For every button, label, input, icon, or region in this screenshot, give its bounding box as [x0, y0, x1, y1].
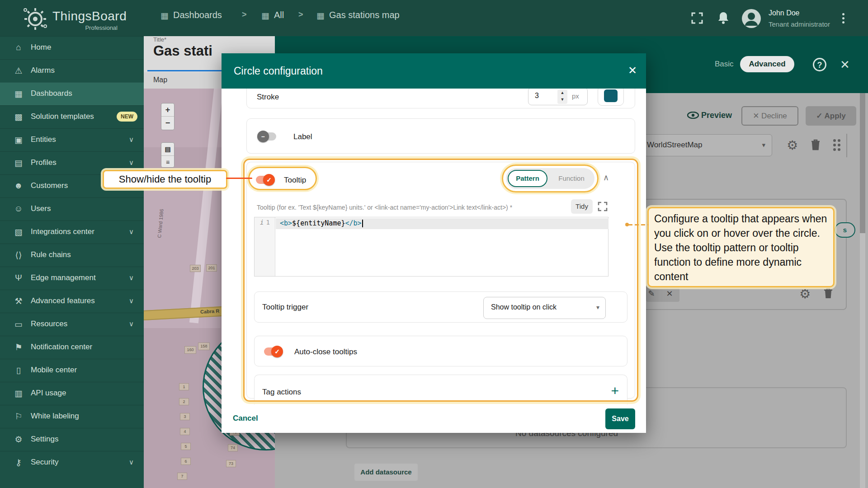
autoclose-label: Auto-close tooltips — [294, 347, 357, 357]
map-parcel: 201 — [206, 264, 217, 272]
app-title[interactable]: ThingsBoard — [52, 9, 127, 23]
white-labeling-icon: ⚐ — [13, 411, 24, 422]
label-toggle[interactable]: – — [257, 131, 278, 142]
editor-code-line[interactable]: <b>${entityName}</b> — [280, 219, 363, 227]
app-edition: Professional — [68, 24, 118, 31]
api-usage-chart-icon: ▥ — [13, 388, 24, 399]
settings-gear-icon[interactable]: ⚙ — [799, 286, 811, 301]
fullscreen-icon[interactable] — [691, 12, 703, 24]
sidebar-item-edge-management[interactable]: ΨEdge management∨ — [0, 267, 144, 290]
tooltip-trigger-select[interactable]: Show tooltip on click ▾ — [483, 297, 606, 319]
add-tag-action-button[interactable]: + — [611, 383, 619, 399]
function-tab[interactable]: Function — [551, 170, 592, 187]
sidebar-item-alarms[interactable]: ⚠Alarms — [0, 59, 144, 82]
notifications-bell-icon[interactable] — [717, 11, 730, 24]
drag-handle-icon[interactable] — [833, 139, 840, 151]
sidebar-item-rule-chains[interactable]: ⟨⟩Rule chains — [0, 244, 144, 267]
sidebar-item-dashboards[interactable]: ▦Dashboards — [0, 82, 144, 105]
map-parcel: 2 — [179, 398, 189, 405]
sidebar-item-solution-templates[interactable]: ▩Solution templatesNEW — [0, 105, 144, 128]
sidebar-item-white-labeling[interactable]: ⚐White labeling — [0, 405, 144, 428]
save-button[interactable]: Save — [605, 408, 635, 429]
sidebar-item-integrations-center[interactable]: ▧Integrations center∨ — [0, 221, 144, 244]
editor-gutter: i1 — [255, 217, 275, 276]
layer-delete-trash-icon[interactable] — [810, 138, 821, 151]
basic-tab[interactable]: Basic — [715, 60, 734, 69]
stroke-width-input[interactable]: 3 ▲▼ px — [528, 87, 588, 105]
collapse-section-icon[interactable]: ∧ — [603, 173, 609, 183]
apply-button[interactable]: ✓ Apply — [806, 106, 856, 126]
breadcrumb-dashboards[interactable]: Dashboards — [173, 10, 222, 20]
delete-trash-icon[interactable] — [823, 287, 834, 300]
more-menu-icon[interactable] — [840, 11, 846, 25]
autoclose-toggle[interactable]: ✓ — [262, 346, 283, 357]
fullscreen-editor-icon[interactable] — [597, 201, 608, 212]
title-field-value[interactable]: Gas stati — [153, 43, 212, 59]
sidebar-item-notification-center[interactable]: ⚑Notification center — [0, 336, 144, 359]
sidebar-item-entities[interactable]: ▣Entities∨ — [0, 128, 144, 151]
tooltip-pattern-editor[interactable]: i1 <b>${entityName}</b> — [254, 217, 609, 277]
sidebar-item-advanced-features[interactable]: ⚒Advanced features∨ — [0, 290, 144, 313]
sidebar-item-api-usage[interactable]: ▥API usage — [0, 382, 144, 405]
map-provider-select[interactable]: WorldStreetMap ▾ — [636, 134, 772, 156]
avatar[interactable] — [741, 9, 761, 28]
security-key-icon: ⚷ — [13, 457, 24, 468]
gutter-info-icon: i — [260, 219, 264, 226]
stroke-width-value[interactable]: 3 — [535, 92, 539, 100]
map-widget-title: Map — [153, 76, 167, 84]
sidebar-item-mobile-center[interactable]: ▯Mobile center — [0, 359, 144, 382]
tooltip-trigger-card: Tooltip trigger Show tooltip on click ▾ — [254, 291, 627, 323]
sidebar-item-settings[interactable]: ⚙Settings — [0, 428, 144, 451]
tidy-button[interactable]: Tidy — [571, 199, 593, 214]
pattern-tab[interactable]: Pattern — [508, 170, 547, 187]
solution-templates-icon: ▩ — [13, 112, 24, 122]
tooltip-toggle[interactable]: ✓ — [254, 174, 275, 186]
stroke-color-swatch[interactable] — [604, 89, 618, 102]
close-widget-config-icon[interactable]: ✕ — [840, 58, 850, 72]
map-zoom-controls[interactable]: + − — [161, 103, 175, 130]
entities-icon: ▣ — [13, 135, 24, 145]
add-datasource-button[interactable]: Add datasource — [354, 464, 418, 481]
advanced-tab[interactable]: Advanced — [740, 56, 794, 72]
sidebar-item-resources[interactable]: ▭Resources∨ — [0, 313, 144, 336]
breadcrumb-current[interactable]: Gas stations map — [329, 10, 400, 20]
toggle-check-icon: ✓ — [263, 174, 275, 186]
stroke-color-picker[interactable] — [598, 86, 624, 106]
map-parcel: 73 — [226, 460, 236, 467]
resources-folder-icon: ▭ — [13, 319, 24, 329]
list-button[interactable]: ≡ — [161, 156, 174, 169]
edit-delete-chip[interactable]: ✎ ✕ — [646, 286, 679, 302]
callout-connector-dot — [625, 223, 629, 226]
help-icon[interactable]: ? — [813, 58, 826, 71]
dialog-title: Circle configuration — [234, 65, 323, 77]
tooltip-label: Tooltip — [284, 176, 306, 185]
layers-button[interactable]: ▤ — [161, 143, 174, 156]
map-layer-controls[interactable]: ▤ ≡ — [161, 142, 175, 168]
cancel-button[interactable]: Cancel — [233, 414, 258, 423]
sidebar-item-home[interactable]: ⌂Home — [0, 36, 144, 59]
sidebar-item-security[interactable]: ⚷Security∨ — [0, 451, 144, 474]
breadcrumb-all[interactable]: All — [274, 10, 284, 20]
step-up-icon[interactable]: ▲ — [557, 89, 567, 96]
stroke-stepper[interactable]: ▲▼ — [557, 89, 567, 104]
step-down-icon[interactable]: ▼ — [557, 96, 567, 103]
decline-button[interactable]: ✕ Decline — [741, 106, 798, 126]
toggle-off-icon: – — [257, 131, 269, 142]
dashboard-group-icon: ▦ — [261, 10, 269, 21]
close-dialog-icon[interactable]: ✕ — [628, 64, 637, 77]
zoom-out-button[interactable]: − — [161, 117, 174, 130]
stroke-label: Stroke — [257, 93, 279, 102]
layer-settings-gear-icon[interactable]: ⚙ — [787, 138, 798, 153]
preview-button[interactable]: Preview — [687, 111, 732, 120]
settings-gear-icon: ⚙ — [13, 434, 24, 445]
sidebar-nav: ⌂Home ⚠Alarms ▦Dashboards ▩Solution temp… — [0, 36, 144, 488]
scrollbar-thumb[interactable] — [860, 93, 865, 233]
chevron-down-icon: ∨ — [129, 297, 134, 305]
zoom-in-button[interactable]: + — [161, 103, 174, 117]
chevron-down-icon: ∨ — [129, 136, 134, 144]
customers-icon: ☻ — [13, 181, 24, 191]
circle-configuration-dialog: Stroke 3 ▲▼ px – Label ✓ Tooltip Pattern… — [222, 53, 646, 433]
chevron-down-icon: ▾ — [596, 304, 599, 311]
sidebar-item-users[interactable]: ☺Users — [0, 197, 144, 221]
dashboards-icon: ▦ — [13, 89, 24, 99]
